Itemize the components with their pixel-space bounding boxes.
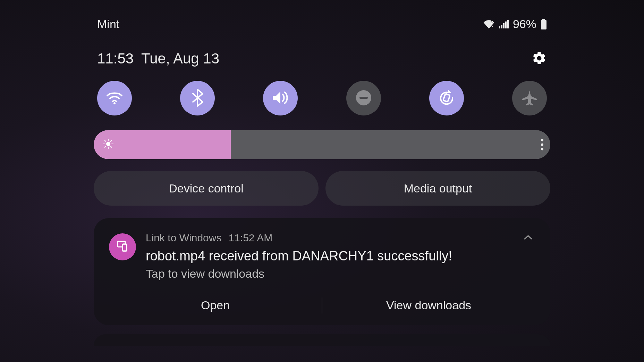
svg-rect-2	[501, 25, 502, 28]
svg-line-17	[105, 140, 106, 141]
settings-button[interactable]	[532, 51, 547, 67]
bluetooth-icon	[192, 89, 203, 108]
clock-date: Tue, Aug 13	[141, 50, 219, 67]
next-notification-peek[interactable]	[94, 334, 550, 346]
carrier-label: Mint	[97, 17, 119, 31]
kebab-dot	[541, 144, 543, 146]
wifi-status-icon: 6	[483, 20, 495, 29]
notification-meta: Link to Windows 11:52 AM	[146, 232, 511, 244]
svg-rect-10	[359, 97, 368, 99]
notification-subtitle: Tap to view downloads	[146, 267, 511, 281]
battery-percent: 96%	[513, 17, 536, 31]
link-to-windows-icon	[116, 239, 129, 255]
media-output-button[interactable]: Media output	[325, 171, 550, 206]
svg-point-8	[113, 102, 116, 104]
datetime: 11:53 Tue, Aug 13	[97, 50, 219, 67]
status-right: 6 96%	[483, 17, 547, 31]
svg-rect-4	[505, 21, 507, 28]
svg-rect-11	[443, 94, 450, 102]
do-not-disturb-icon	[355, 89, 373, 108]
quick-settings-row	[94, 81, 550, 115]
notification-header: Link to Windows 11:52 AM robot.mp4 recei…	[109, 232, 535, 281]
svg-text:6: 6	[491, 20, 493, 24]
notification-shade: Mint 6 96%	[94, 17, 550, 346]
svg-rect-3	[503, 23, 505, 28]
notification-title: robot.mp4 received from DANARCHY1 succes…	[146, 249, 511, 264]
sound-toggle[interactable]	[263, 81, 298, 115]
sun-icon	[103, 138, 114, 151]
panel-shortcut-row: Device control Media output	[94, 171, 550, 206]
notification-actions: Open View downloads	[109, 294, 535, 316]
signal-icon	[499, 20, 509, 28]
kebab-dot	[541, 148, 543, 150]
chevron-up-icon	[523, 235, 533, 241]
bluetooth-toggle[interactable]	[180, 81, 215, 115]
battery-icon	[541, 19, 547, 29]
collapse-button[interactable]	[521, 232, 535, 244]
dnd-toggle[interactable]	[346, 81, 381, 115]
notification-body: Link to Windows 11:52 AM robot.mp4 recei…	[146, 232, 511, 281]
svg-line-20	[111, 140, 112, 141]
svg-point-12	[106, 142, 110, 146]
brightness-fill	[94, 130, 231, 159]
svg-rect-1	[499, 26, 500, 28]
svg-rect-6	[542, 19, 545, 20]
svg-line-19	[105, 146, 106, 147]
wifi-toggle[interactable]	[97, 81, 132, 115]
notification-app-name: Link to Windows	[146, 232, 221, 244]
brightness-menu-button[interactable]	[541, 139, 543, 150]
notification-card[interactable]: Link to Windows 11:52 AM robot.mp4 recei…	[94, 218, 550, 325]
airplane-icon	[521, 89, 538, 107]
datetime-row: 11:53 Tue, Aug 13	[94, 50, 550, 67]
svg-rect-5	[507, 20, 509, 28]
rotate-icon	[438, 89, 455, 107]
svg-rect-7	[541, 20, 546, 29]
wifi-icon	[106, 91, 123, 106]
app-badge	[109, 233, 136, 260]
brightness-row	[94, 130, 550, 159]
airplane-toggle[interactable]	[512, 81, 547, 115]
status-bar: Mint 6 96%	[94, 17, 550, 31]
auto-rotate-toggle[interactable]	[429, 81, 464, 115]
device-control-button[interactable]: Device control	[94, 171, 319, 206]
clock-time: 11:53	[97, 50, 134, 67]
notification-time: 11:52 AM	[228, 232, 272, 244]
view-downloads-action[interactable]: View downloads	[322, 294, 535, 316]
open-action[interactable]: Open	[109, 294, 322, 316]
brightness-slider[interactable]	[94, 130, 550, 159]
kebab-dot	[541, 139, 543, 141]
svg-rect-22	[122, 244, 127, 251]
svg-line-18	[111, 146, 112, 147]
speaker-icon	[271, 90, 289, 106]
gear-icon	[532, 51, 547, 67]
